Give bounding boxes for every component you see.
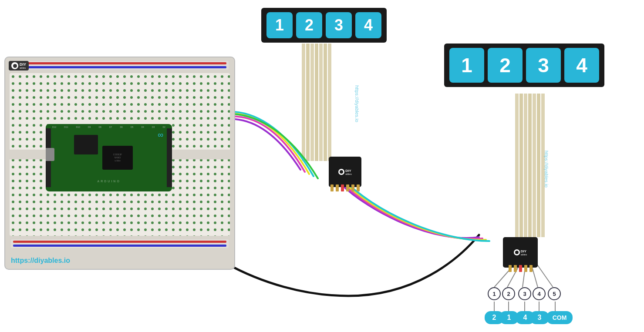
diy-logo-icon-left xyxy=(338,169,344,175)
pin-2-left xyxy=(336,184,339,191)
arduino-text: ARDUINO xyxy=(97,180,121,183)
svg-rect-4 xyxy=(319,44,323,161)
svg-rect-6 xyxy=(328,44,331,161)
ables-text-right: ables xyxy=(521,253,527,256)
ables-text-left: ables xyxy=(345,173,351,175)
segment-module-left: DIY ables xyxy=(329,157,361,187)
digit-2-right: 2 xyxy=(488,48,523,83)
pin-node-1: 1 xyxy=(488,287,501,300)
pin-1-right xyxy=(509,265,512,272)
pin-6-left xyxy=(357,184,360,191)
svg-rect-0 xyxy=(302,44,305,161)
pin-label-com: COM xyxy=(546,311,573,324)
display-bar-left: 1 2 3 4 xyxy=(261,8,387,43)
svg-rect-7 xyxy=(515,94,519,237)
svg-rect-2 xyxy=(310,44,314,161)
svg-rect-5 xyxy=(324,44,327,161)
pin-4-left xyxy=(346,184,349,191)
watermark-left: https://diyables.io xyxy=(354,85,360,122)
display-top-left: 1 2 3 4 xyxy=(261,8,387,43)
svg-rect-11 xyxy=(533,94,536,237)
pin-3-left xyxy=(341,184,344,191)
breadboard: DIY ables https://diyables.io CODE3F NAN… xyxy=(4,57,235,270)
ublox-chip xyxy=(74,135,98,154)
main-chip: CODE3F NANO u-blox xyxy=(102,146,133,170)
digit-4-right: 4 xyxy=(564,48,599,83)
digit-2-left: 2 xyxy=(296,12,322,38)
svg-rect-12 xyxy=(537,94,540,237)
pin-node-5: 5 xyxy=(548,287,561,300)
digit-3-right: 3 xyxy=(526,48,561,83)
pin-1-left xyxy=(330,184,334,191)
digit-4-left: 4 xyxy=(355,12,381,38)
display-bar-right: 1 2 3 4 xyxy=(444,44,604,87)
diy-text-right: DIY xyxy=(521,249,527,253)
diy-logo-icon-right xyxy=(514,249,520,255)
watermark-right: https://diyables.io xyxy=(544,151,549,188)
pin-2-right xyxy=(514,265,517,272)
digit-1-left: 1 xyxy=(266,12,293,38)
arduino-board: CODE3F NANO u-blox ∞ D12 D11 D10 D9 D8 D… xyxy=(46,124,172,191)
main-container: 1 2 3 4 1 2 3 4 DIY ables xyxy=(0,0,644,332)
svg-rect-10 xyxy=(528,94,532,237)
pin-5-right xyxy=(529,265,533,272)
digit-1-right: 1 xyxy=(449,48,484,83)
diy-text-left: DIY xyxy=(345,169,351,173)
svg-rect-1 xyxy=(306,44,310,161)
breadboard-url: https://diyables.io xyxy=(11,257,70,265)
svg-rect-9 xyxy=(524,94,527,237)
pin-node-4: 4 xyxy=(533,287,546,300)
digit-3-left: 3 xyxy=(326,12,352,38)
svg-rect-8 xyxy=(519,94,523,237)
display-top-right: 1 2 3 4 xyxy=(444,44,604,87)
segment-module-right: DIY ables xyxy=(503,237,538,268)
pin-3-right xyxy=(519,265,522,272)
breadboard-logo: DIY ables xyxy=(9,61,29,70)
pin-4-right xyxy=(524,265,527,272)
pin-node-3: 3 xyxy=(518,287,531,300)
pin-5-left xyxy=(351,184,354,191)
svg-rect-3 xyxy=(315,44,318,161)
pin-node-2: 2 xyxy=(502,287,515,300)
arduino-logo: ∞ xyxy=(158,131,163,140)
